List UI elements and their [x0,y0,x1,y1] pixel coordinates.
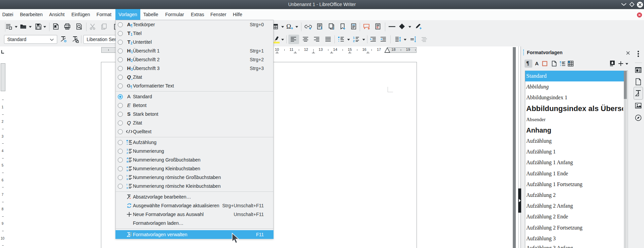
svg-text:II: II [127,178,128,181]
svg-text:2: 2 [353,39,355,43]
svg-text:i: i [333,27,334,30]
svg-text:Ω: Ω [286,23,291,30]
svg-text:b: b [127,169,128,172]
svg-text:1: 1 [353,36,355,39]
svg-text:A: A [127,157,129,160]
svg-text:2: 2 [127,151,128,154]
svg-text:1: 1 [127,148,128,151]
svg-text:a: a [127,166,128,169]
svg-text:I: I [127,174,127,177]
svg-text:i: i [127,183,127,186]
svg-text:B: B [127,160,129,163]
svg-text:ii: ii [127,186,128,189]
svg-text:1: 1 [320,26,322,30]
